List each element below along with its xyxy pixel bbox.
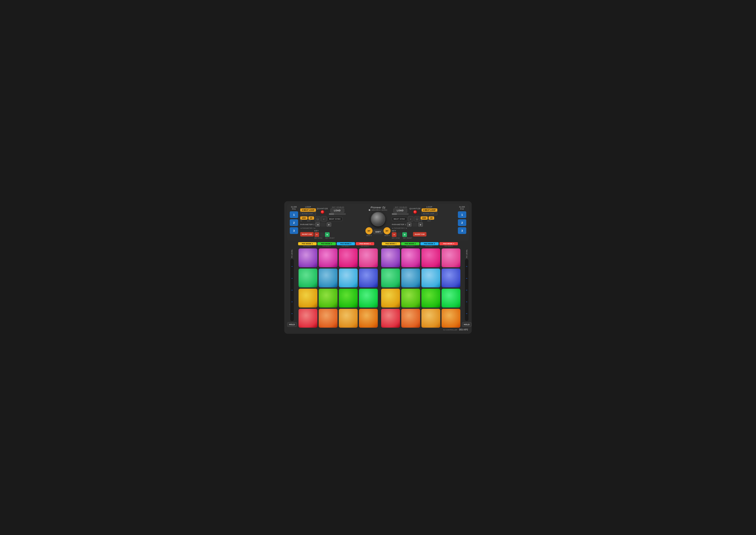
pad-right-r3c2[interactable]: [401, 289, 420, 308]
left-fx-level-label: FX LEVEL: [291, 249, 293, 258]
pad-left-r2c2[interactable]: [319, 268, 338, 287]
slide-fx2-btn3[interactable]: 3: [458, 227, 466, 234]
left-music-btn[interactable]: ♪: [321, 216, 327, 222]
left-loop-btn[interactable]: 4 BEAT LOOP: [300, 209, 316, 212]
left-pad-modes: PAD MODE 1 PAD MODE 5 PAD MODE 2 PAD MOD…: [298, 242, 374, 247]
right-pad-mode-2-btn[interactable]: PAD MODE 2: [401, 242, 420, 245]
pad-left-r4c4[interactable]: [359, 309, 378, 328]
pad-left-r2c1[interactable]: [298, 268, 318, 287]
left-slider-dots: [290, 259, 294, 321]
right-fx-level-label: FX LEVEL: [466, 249, 468, 258]
right-headphone-btn[interactable]: 🎧: [414, 216, 420, 222]
left-key-sync-label: KEY SYNC: [315, 237, 322, 239]
pad-left-r3c3[interactable]: [339, 289, 358, 308]
left-pad-mode-2-col: PAD MODE 2 PAD MODE 6: [318, 242, 336, 247]
left-hd-col: 1/2X 2X IN OUT: [300, 216, 314, 222]
right-loop-btn[interactable]: 4 BEAT LOOP: [422, 209, 437, 212]
left-pad-mode-1-btn[interactable]: PAD MODE 1: [298, 242, 317, 245]
pad-right-r1c1[interactable]: [381, 248, 400, 267]
left-dot-3: [292, 290, 293, 290]
pad-right-r1c2[interactable]: [401, 248, 420, 267]
right-load-section: ·· INST. DOUBLES LOAD: [392, 207, 408, 215]
right-hd-row: BEAT SYNC ♪ 🎧 1/2X 2X IN OUT: [392, 216, 456, 222]
int-deck3-col: INT DECK 3: [365, 227, 373, 236]
pad-right-r4c4[interactable]: [441, 309, 461, 328]
left-key-btns: − +: [315, 232, 335, 237]
right-beat-sync-btn[interactable]: BEAT SYNC: [392, 217, 407, 221]
pad-left-r1c2[interactable]: [319, 248, 338, 267]
right-hold-btn[interactable]: HOLD: [462, 322, 472, 327]
left-half-btn[interactable]: 1/2X: [300, 216, 308, 220]
left-pad-mode-4-btn[interactable]: PAD MODE 4: [356, 242, 374, 245]
left-silent-cue-btn[interactable]: SILENT CUE: [300, 232, 314, 237]
left-double-btn[interactable]: 2X: [308, 216, 314, 220]
pad-right-r2c1[interactable]: [381, 268, 400, 287]
shift-btn[interactable]: SHIFT: [373, 230, 383, 234]
slide-fx1-btn2[interactable]: 2: [290, 219, 298, 226]
right-param-left-btn[interactable]: ◄: [407, 222, 411, 227]
left-quantize-btn[interactable]: [321, 210, 324, 214]
left-key-minus-btn[interactable]: −: [315, 232, 319, 237]
pad-right-r1c4[interactable]: [441, 248, 461, 267]
pad-left-r3c4[interactable]: [359, 289, 378, 308]
pad-left-r4c2[interactable]: [319, 309, 338, 328]
pad-left-r2c4[interactable]: [359, 268, 378, 287]
left-headphone-btn[interactable]: 🎧: [315, 216, 320, 222]
right-pad-mode-1-btn[interactable]: PAD MODE 1: [382, 242, 400, 245]
right-half-btn[interactable]: 1/2X: [421, 216, 428, 220]
pad-right-r4c2[interactable]: [401, 309, 420, 328]
right-pad-mode-4-btn[interactable]: PAD MODE 4: [439, 242, 458, 245]
pad-right-r2c3[interactable]: [421, 268, 440, 287]
right-active-loop: ACTIVE LOOP: [422, 212, 437, 215]
left-beat-sync-btn[interactable]: BEAT SYNC: [327, 217, 343, 221]
right-load-btn[interactable]: LOAD: [393, 209, 407, 213]
left-param-right-btn[interactable]: ►: [327, 222, 331, 227]
deck-row: SLIDE FX1 1 2 3 LOOP 4 BEAT LOOP ACTIVE …: [289, 206, 467, 239]
int-deck4-btn[interactable]: INT: [383, 227, 391, 234]
right-silent-cue-btn[interactable]: SILENT CUE: [413, 232, 427, 237]
pad-left-r4c3[interactable]: [339, 309, 358, 328]
pad-left-r1c1[interactable]: [298, 248, 318, 267]
left-pad-mode-1-col: PAD MODE 1 PAD MODE 5: [298, 242, 317, 247]
left-hold-btn[interactable]: HOLD: [287, 322, 297, 327]
right-key-minus-btn[interactable]: −: [392, 232, 397, 237]
right-inout-row: IN OUT: [421, 220, 434, 222]
right-quantize-col: QUANTIZE: [409, 208, 421, 214]
pad-right-r2c4[interactable]: [441, 268, 461, 287]
pad-left-r1c3[interactable]: [339, 248, 358, 267]
pad-left-r2c3[interactable]: [339, 268, 358, 287]
pad-left-r3c1[interactable]: [298, 289, 318, 308]
right-quantize-btn[interactable]: [413, 210, 417, 214]
pad-right-r4c3[interactable]: [421, 309, 440, 328]
slide-fx2-btn2[interactable]: 2: [458, 219, 466, 226]
left-pad-mode-2-btn[interactable]: PAD MODE 2: [318, 242, 336, 245]
pad-right-r2c2[interactable]: [401, 268, 420, 287]
right-param-right-btn[interactable]: ►: [418, 222, 423, 227]
main-knob[interactable]: [371, 212, 385, 226]
slide-fx1-btn3[interactable]: 3: [290, 227, 298, 234]
int-deck3-btn[interactable]: INT: [365, 227, 373, 234]
pad-right-r3c3[interactable]: [421, 289, 440, 308]
right-double-btn[interactable]: 2X: [429, 216, 434, 220]
pad-right-r4c1[interactable]: [381, 309, 400, 328]
left-load-btn[interactable]: LOAD: [330, 209, 344, 213]
left-pad-mode-7-sub: PAD MODE 7: [342, 245, 350, 247]
slide-fx2-btn1[interactable]: 1: [458, 211, 466, 218]
right-key-sync-label: KEY SYNC: [392, 237, 400, 239]
pad-right-r3c1[interactable]: [381, 289, 400, 308]
pad-left-r3c2[interactable]: [319, 289, 338, 308]
right-key-plus-btn[interactable]: +: [402, 232, 407, 237]
pad-right-r3c4[interactable]: [441, 289, 461, 308]
right-pad-mode-3-btn[interactable]: PAD MODE 3: [420, 242, 439, 245]
pad-left-r1c4[interactable]: [359, 248, 378, 267]
slide-fx1-btn1[interactable]: 1: [290, 211, 298, 218]
pad-right-r1c3[interactable]: [421, 248, 440, 267]
left-dot-1: [292, 266, 293, 267]
right-fx-slider-track[interactable]: [464, 259, 469, 322]
left-pad-mode-3-btn[interactable]: PAD MODE 3: [337, 242, 355, 245]
right-music-btn[interactable]: ♪: [408, 216, 413, 222]
pad-left-r4c1[interactable]: [298, 309, 318, 328]
left-fx-slider-track[interactable]: [290, 259, 294, 322]
left-param-left-btn[interactable]: ◄: [315, 222, 320, 227]
left-key-plus-btn[interactable]: +: [325, 232, 329, 237]
